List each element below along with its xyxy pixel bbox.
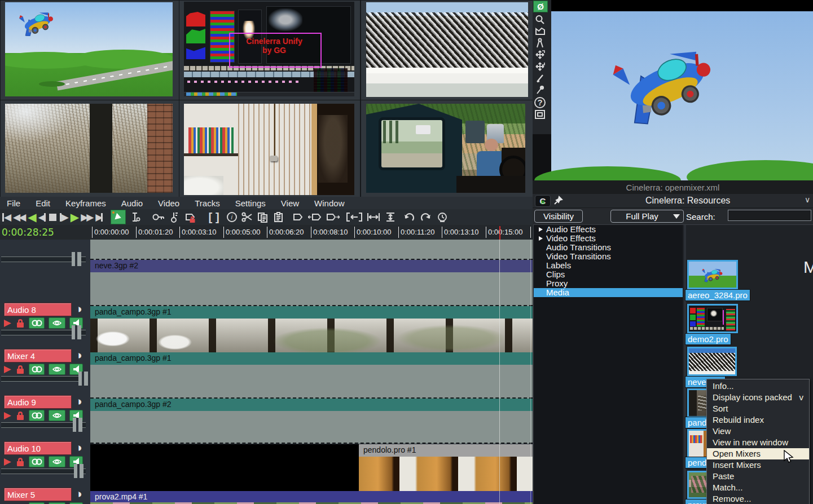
category-video-effects[interactable]: Video Effects	[534, 234, 683, 243]
mixer-window-prova2[interactable]	[361, 100, 534, 198]
openmixer-titlebar[interactable]: Cinelerra: openmixer.xml	[533, 180, 813, 194]
menu-item-display-icons-packed[interactable]: Display icons packedv	[707, 392, 809, 403]
track-area-partial[interactable]	[90, 240, 533, 260]
media-label-demo2[interactable]: demo2.pro	[685, 333, 731, 345]
track-expander-icon[interactable]: ◑	[75, 488, 87, 500]
menu-settings[interactable]: Settings	[235, 198, 266, 208]
track-expander-icon[interactable]: ◑	[75, 441, 87, 454]
play-patch-icon[interactable]	[3, 365, 12, 374]
track-area-audio8[interactable]	[90, 272, 533, 306]
span-keyframes-button[interactable]	[169, 210, 180, 224]
mask-tool-icon[interactable]	[533, 25, 547, 37]
clip-bar-panda2[interactable]: panda_campo.3gp #2	[90, 399, 533, 411]
menu-video[interactable]: Video	[158, 198, 179, 208]
play-patch-icon[interactable]	[3, 412, 12, 420]
go-start-button[interactable]: ◀	[2, 210, 10, 224]
track-title-mixer4[interactable]: Mixer 4	[4, 349, 72, 362]
out-point-button[interactable]: ]	[216, 210, 219, 224]
split-button[interactable]	[241, 210, 253, 224]
category-clips[interactable]: Clips	[534, 270, 683, 279]
undo-button[interactable]	[402, 210, 416, 224]
clip-bar-panda1b[interactable]: panda_campo.3gp #1	[90, 352, 533, 365]
track-expander-icon[interactable]: ◑	[75, 349, 87, 361]
ruler-tool-icon[interactable]	[533, 37, 547, 49]
draw-media-button[interactable]	[49, 364, 65, 375]
draw-media-button[interactable]	[49, 317, 65, 329]
clip-bar-neve[interactable]: neve.3gp #2	[90, 260, 533, 272]
fit-autos-button[interactable]	[384, 210, 397, 224]
menu-item-rebuild-index[interactable]: Rebuild index	[707, 414, 809, 426]
go-end-button[interactable]: ▶	[95, 210, 103, 224]
menu-item-remove[interactable]: Remove...	[707, 493, 809, 504]
clip-bar-pendolo[interactable]: pendolo.pro #1	[359, 444, 533, 457]
draw-media-button[interactable]	[49, 456, 65, 467]
eyedropper-tool-icon[interactable]	[533, 85, 547, 96]
zoom-view-icon[interactable]	[533, 14, 547, 25]
paste-button[interactable]	[273, 210, 285, 224]
expand-arrow-icon[interactable]	[539, 236, 543, 241]
gang-button[interactable]	[29, 456, 45, 467]
visibility-button[interactable]: Visibility	[534, 210, 583, 223]
projector-tool-icon[interactable]	[533, 61, 547, 73]
menu-file[interactable]: File	[7, 198, 20, 208]
track-fader[interactable]	[1, 376, 86, 382]
menu-item-info[interactable]: Info...	[707, 381, 809, 392]
gang-button[interactable]	[29, 410, 45, 421]
lock-icon[interactable]	[16, 457, 25, 467]
crop-tool-icon[interactable]	[533, 73, 547, 85]
pin-icon[interactable]	[554, 196, 563, 205]
protect-video-icon[interactable]: Ø	[533, 1, 548, 12]
track-area-mixer5[interactable]: pendolo.pro #1	[90, 444, 533, 492]
clip-bar-panda1[interactable]: panda_campo.3gp #1	[90, 306, 533, 319]
prev-edit-button[interactable]	[346, 210, 363, 224]
track-area-audio10[interactable]	[90, 411, 533, 444]
expand-arrow-icon[interactable]	[539, 227, 543, 232]
fast-reverse-button[interactable]: ◀◀	[13, 210, 24, 224]
menu-audio[interactable]: Audio	[121, 198, 143, 208]
mixer-window-demo2[interactable]: Cinelerra Unify by GG	[179, 0, 361, 100]
menu-item-view[interactable]: View	[707, 426, 809, 437]
copy-button[interactable]	[257, 210, 269, 224]
category-media-selected[interactable]: Media	[534, 288, 683, 297]
menu-item-paste[interactable]: Paste	[707, 471, 809, 482]
fit-selection-button[interactable]	[366, 210, 381, 224]
gang-button[interactable]	[29, 317, 45, 329]
fader-knob[interactable]	[72, 325, 81, 339]
category-proxy[interactable]: Proxy	[534, 279, 683, 288]
lock-icon[interactable]	[16, 365, 25, 374]
track-fader[interactable]	[1, 468, 86, 474]
play-patch-icon[interactable]	[3, 319, 12, 328]
fader-knob[interactable]	[74, 464, 84, 478]
lock-icon[interactable]	[16, 319, 25, 328]
track-fader[interactable]	[1, 330, 86, 335]
fader-knob[interactable]	[78, 372, 88, 386]
media-thumb-aereo[interactable]	[687, 260, 738, 289]
menu-window[interactable]: Window	[314, 198, 344, 208]
frame-reverse-button[interactable]: ◀	[38, 210, 46, 224]
reverse-play-button[interactable]: ◀	[28, 210, 34, 224]
search-input[interactable]	[728, 210, 811, 221]
menu-view[interactable]: View	[281, 198, 299, 208]
track-fader[interactable]	[1, 257, 86, 262]
track-title-audio10[interactable]: Audio 10	[4, 441, 72, 455]
fast-forward-button[interactable]: ▶▶	[81, 210, 92, 224]
mixer-window-panda[interactable]	[0, 100, 179, 198]
generate-keyframes-button[interactable]	[152, 210, 165, 224]
fader-knob[interactable]	[73, 418, 82, 432]
collapse-chevron-icon[interactable]: ∨	[805, 195, 810, 204]
mixer-window-neve[interactable]	[361, 0, 534, 101]
video-thumbs-mixer4[interactable]	[90, 319, 533, 352]
lock-icon[interactable]	[16, 411, 25, 421]
media-label-aereo[interactable]: aereo_3284.pro	[685, 289, 750, 301]
menu-item-sort[interactable]: Sort	[707, 403, 809, 414]
menu-keyframes[interactable]: Keyframes	[65, 198, 106, 208]
menu-edit[interactable]: Edit	[36, 198, 50, 208]
mixer-window-aereo[interactable]	[0, 0, 179, 100]
draw-media-button[interactable]	[49, 410, 65, 421]
safe-regions-icon[interactable]	[533, 108, 547, 120]
track-area-audio9[interactable]	[90, 365, 533, 399]
mixer-window-pendolo[interactable]	[179, 100, 361, 198]
track-title-audio8[interactable]: Audio 8	[4, 303, 72, 316]
play-patch-icon[interactable]	[3, 458, 12, 466]
cut-paste-mode-button[interactable]	[129, 210, 142, 224]
